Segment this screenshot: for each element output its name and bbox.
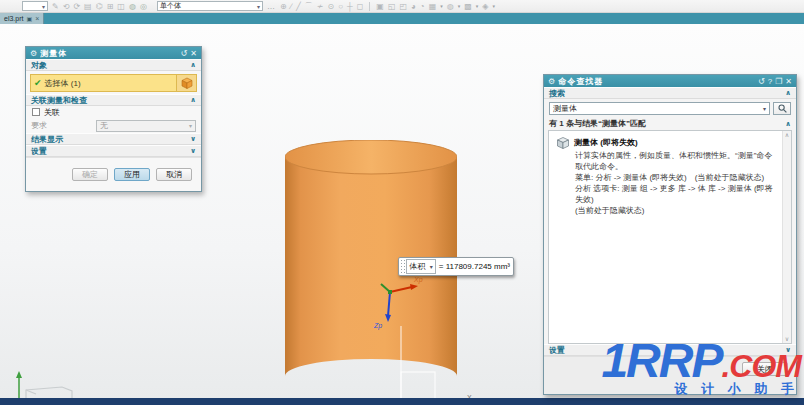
apply-button[interactable]: 应用 [114,168,150,181]
snap-point-icon[interactable]: ⌒ [305,0,313,13]
view-dropdown-icon[interactable]: ◍ [447,0,454,13]
chevron-down-icon[interactable]: ∨ [190,135,196,143]
snap-point-icon[interactable]: ○ [338,0,343,13]
snap-point-icon[interactable]: ╱ [296,0,301,13]
command-cube-icon [556,136,570,150]
chevron-down-icon: ▾ [763,105,766,112]
selected-body-cell[interactable] [176,75,196,91]
snap-point-icon[interactable]: ┼ [347,0,353,13]
results-list: 测量体 (即将失效) 计算实体的属性，例如质量、体积和惯性矩。“测量”命令取代此… [548,130,792,344]
snap-point-icon[interactable]: ◻ [357,0,364,13]
section-associative[interactable]: 关联测量和检查 ∧ [26,94,201,106]
section-objects-label: 对象 [31,60,47,71]
watermark: 1RRP .COM 设 计 小 助 手 [601,337,801,395]
requirement-value: 无 [100,120,108,131]
cancel-button[interactable]: 取消 [156,168,192,181]
view-tool-icon[interactable]: ◕ [411,0,416,13]
toolbar-icon[interactable]: ⌬ [96,0,103,13]
view-dropdown-icon[interactable]: ◈ [482,0,488,13]
reset-icon[interactable]: ↺ [181,49,188,58]
section-settings[interactable]: 设置 ∨ [26,145,201,157]
requirement-select[interactable]: 无 ▾ [96,120,196,132]
modified-indicator-icon: ▣ [26,15,32,22]
drag-handle[interactable] [400,259,405,274]
section-associative-label: 关联测量和检查 [31,95,87,106]
results-header[interactable]: 有 1 条与结果“测量体”匹配 ∧ [544,117,796,130]
gear-icon[interactable]: ⚙ [30,49,37,58]
view-dropdown-icon[interactable]: ▦ [429,0,437,13]
reset-icon[interactable]: ↺ [758,77,765,86]
chevron-down-icon: ▾ [257,3,260,10]
selection-scope-combo[interactable]: 单个体 ▾ [157,1,263,11]
snap-point-icon[interactable]: ⊙ [327,0,334,13]
section-objects[interactable]: 对象 ∧ [26,59,201,71]
view-tool-icon[interactable]: ◔ [420,0,425,13]
help-icon[interactable]: ? [768,77,772,86]
select-body-row[interactable]: ✔ 选择体 (1) [30,74,197,92]
chevron-up-icon[interactable]: ∧ [190,96,196,104]
section-results-label: 结果显示 [31,134,63,145]
section-settings-label: 设置 [31,146,47,157]
toolbar-icon[interactable]: ⟲ [63,0,70,13]
graphics-window[interactable]: X Xp Zp 体积 ▾ = 117809.7245 [0,24,804,399]
toolbar-icon[interactable]: ◍ [129,0,136,13]
result-ribbon-path: 分析 选项卡: 测量 组 -> 更多 库 -> 体 库 -> 测量体 (即将失效… [575,183,777,205]
associative-checkbox-row: 关联 [26,106,201,118]
result-item[interactable]: 测量体 (即将失效) [556,136,777,150]
view-dropdown-icon[interactable]: ▩ [464,0,472,13]
toolbar-icon[interactable]: ◫ [117,0,125,13]
search-input-value: 测量体 [553,103,577,114]
section-results-display[interactable]: 结果显示 ∨ [26,133,201,145]
search-button[interactable] [773,102,791,115]
result-title: 测量体 (即将失效) [574,136,638,149]
snap-point-icon[interactable]: ≁ [317,0,324,13]
watermark-suffix: .COM [721,350,801,382]
panel-titlebar[interactable]: ⚙ 命令查找器 ↺ ? ❐ ✕ [544,75,796,87]
tab-close-icon[interactable]: × [35,15,39,22]
requirement-label: 要求 [31,120,47,131]
search-icon [778,104,787,113]
close-icon[interactable]: ✕ [190,49,197,58]
toolbar-separator [369,2,370,11]
scroll-up-icon[interactable]: ∧ [785,131,789,139]
chevron-down-icon[interactable]: ∨ [190,147,196,155]
measure-value: = 117809.7245 mm³ [436,262,513,271]
view-tool-icon[interactable]: ◰ [399,0,407,13]
triad-x-label: Xp [413,276,423,284]
gear-icon[interactable]: ⚙ [548,77,555,86]
toolbar-icon[interactable]: ▤ [84,0,92,13]
close-icon[interactable]: ✕ [785,77,792,86]
sketch-wireframe: X [395,324,477,405]
role-combo[interactable]: ▾ [22,1,48,11]
toolbar-icon[interactable]: ⊞ [107,0,114,13]
ok-button[interactable]: 确定 [72,168,108,181]
document-tab-bar: el3.prt ▣ × [0,13,804,24]
section-search[interactable]: 搜索 ∧ [544,87,796,99]
results-scrollbar[interactable]: ∧ ∨ [782,131,791,343]
chevron-down-icon: ▾ [476,3,479,9]
chevron-down-icon: ▾ [189,122,192,129]
chevron-up-icon[interactable]: ∧ [785,89,791,97]
chevron-up-icon[interactable]: ∧ [785,120,791,128]
chevron-down-icon: ▾ [493,3,496,9]
view-tool-icon[interactable]: ▣ [376,0,384,13]
triad-z-label: Zp [373,322,382,330]
measure-type-combo[interactable]: 体积 ▾ [406,259,436,274]
search-input[interactable]: 测量体 ▾ [549,102,770,115]
undock-icon[interactable]: ❐ [775,77,782,86]
measure-body-dialog: ⚙ 测量体 ↺ ✕ 对象 ∧ ✔ 选择体 (1) [25,46,202,192]
snap-point-icon[interactable]: ∕ [291,0,292,13]
dialog-titlebar[interactable]: ⚙ 测量体 ↺ ✕ [26,47,201,59]
view-tool-icon[interactable]: ◱ [388,0,396,13]
associative-checkbox[interactable] [32,108,40,116]
quick-measure-tooltip[interactable]: 体积 ▾ = 117809.7245 mm³ [398,257,514,276]
toolbar-icon[interactable]: ✎ [52,0,59,13]
toolbar-icon[interactable]: ◎ [140,0,147,13]
document-tab[interactable]: el3.prt ▣ × [0,13,44,24]
toolbar-overflow[interactable]: … [267,2,276,11]
toolbar-icon[interactable]: ⟳ [73,0,80,13]
chevron-down-icon: ▾ [42,3,45,10]
chevron-up-icon[interactable]: ∧ [190,61,196,69]
snap-point-icon[interactable]: ⊕ [280,0,287,13]
results-header-label: 有 1 条与结果“测量体”匹配 [549,118,646,129]
